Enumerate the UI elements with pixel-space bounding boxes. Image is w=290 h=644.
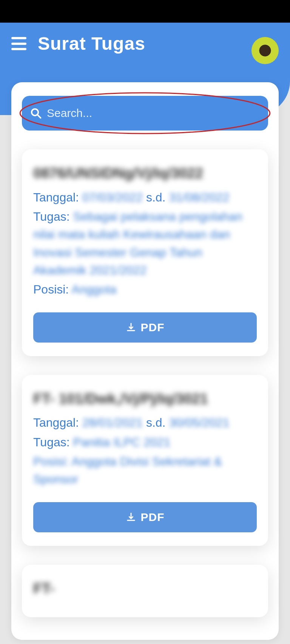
task-number: FT- — [33, 580, 257, 598]
pdf-button[interactable]: PDF — [33, 502, 257, 532]
pdf-label: PDF — [141, 321, 165, 334]
task-date-line: Tanggal: 07/03/2022 s.d. 31/08/2022 — [33, 189, 257, 206]
pdf-button[interactable]: PDF — [33, 312, 257, 343]
task-card: FT- 101/Dwk,/Vj/Pj/Iq/3021 Tanggal: 28/0… — [22, 375, 268, 546]
download-icon — [126, 512, 136, 523]
task-desc-line: Tugas: Panitia ILPC 2021 — [33, 433, 257, 451]
pdf-label: PDF — [141, 511, 165, 524]
task-number: FT- 101/Dwk,/Vj/Pj/Iq/3021 — [33, 390, 257, 408]
task-posisi-line: Posisi: Anggota Divisi Sekretariat & Spo… — [33, 453, 257, 489]
task-date-line: Tanggal: 28/01/2021 s.d. 30/05/2021 — [33, 414, 257, 432]
task-number: 0876/UNSIDNg/Vj/Iq/3022 — [33, 164, 257, 183]
task-desc-line: Tugas: Sebagai pelaksana pengolahan nila… — [33, 208, 257, 279]
search-input[interactable] — [22, 96, 268, 131]
search-wrapper — [22, 96, 268, 131]
task-posisi-line: Posisi: Anggota — [33, 281, 257, 298]
download-icon — [126, 322, 136, 333]
avatar[interactable] — [251, 37, 279, 64]
page-title: Surat Tugas — [38, 33, 145, 54]
main-content-card: 0876/UNSIDNg/Vj/Iq/3022 Tanggal: 07/03/2… — [11, 82, 279, 640]
status-bar — [0, 0, 290, 23]
menu-icon[interactable] — [11, 37, 26, 50]
task-card: 0876/UNSIDNg/Vj/Iq/3022 Tanggal: 07/03/2… — [22, 149, 268, 356]
task-card: FT- — [22, 565, 268, 618]
